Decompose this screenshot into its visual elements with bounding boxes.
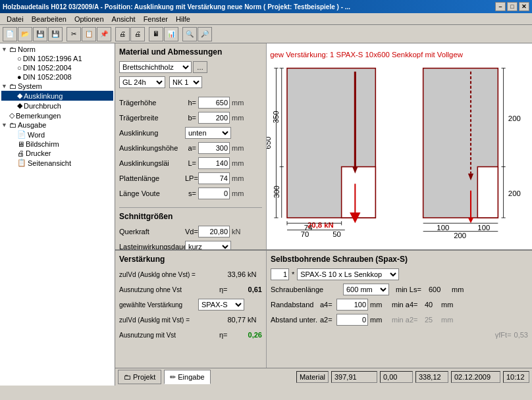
randabstand-eq: a4= [320,301,336,309]
querkraft-row: Querkraft Vd= kN [119,225,262,238]
eingabe-label: Eingabe [178,373,204,381]
tree-din2008[interactable]: ● DIN 1052:2008 [1,72,113,82]
abstand-unter-input[interactable] [336,314,368,326]
gewaehlt-label: gewählte Verstärkung [119,301,198,309]
ausklinkungslaenge-input[interactable] [198,157,230,169]
tree-ausgabe[interactable]: ▼ 🗀 Ausgabe [1,120,113,130]
laenge-voute-row: Länge Voute s= mm [119,187,262,200]
ausklinkung-select[interactable]: unten [185,127,231,139]
ausklinkung-row: Ausklinkung unten [119,126,262,139]
tree-word[interactable]: 📄 Word [1,130,113,139]
traegerhoehe-unit: mm [232,99,248,107]
abstand-unter-label: Abstand unter. [271,316,320,324]
tree-bildschirm[interactable]: 🖥 Bildschirm [1,139,113,149]
ausnutzung-ohne-label: Ausnutzung ohne Vst [119,286,219,293]
ausklinkungslaenge-label: Ausklinkungsläi [119,159,185,167]
svg-text:100: 100 [437,224,449,232]
save2-button[interactable]: 💾 [48,27,63,41]
tree-seitenansicht[interactable]: 📋 Seitenansicht [1,158,113,168]
top-section: Material und Abmessungen Brettschichthol… [115,43,532,249]
maximize-button[interactable]: □ [507,2,518,11]
zoom-in-button[interactable]: 🔍 [182,27,197,41]
material-info-button[interactable]: … [193,61,207,73]
menu-bearbeiten[interactable]: Bearbeiten [28,14,70,24]
traegerbreite-row: Trägerbreite b= mm [119,111,262,124]
schrauben-type-row: * SPAX-S 10 x Ls Senkkop [271,268,528,281]
zoom-out-button[interactable]: 🔎 [198,27,212,41]
tree-norm[interactable]: ▼ 🗀 Norm [1,45,113,54]
ausnutzung-mit-eq: η= [219,331,232,339]
gewaehlt-select[interactable]: SPAX-S [198,299,244,311]
copy-button[interactable]: 📋 [82,27,96,41]
traegerbreite-input[interactable] [198,112,230,124]
abstand-unter-unit: mm [370,316,386,324]
tree-ausklinkung[interactable]: ◆ Ausklinkung [1,91,113,101]
new-button[interactable]: 📄 [3,27,17,41]
randabstand-unit: mm [370,301,386,309]
schraubenlaenge-row: Schraubenlänge 600 mm min Ls= 600 mm [271,283,528,296]
ausklinkungshoehe-unit: mm [232,144,248,152]
open-button[interactable]: 📂 [18,27,32,41]
save-button[interactable]: 💾 [33,27,47,41]
tree-system[interactable]: ▼ 🗀 System [1,82,113,91]
randabstand-input[interactable] [336,299,368,311]
ausnutzung-mit-val: 0,26 [232,331,262,339]
querkraft-input[interactable] [198,226,230,238]
tab-eingabe[interactable]: ✏ Eingabe [164,370,210,384]
menu-datei[interactable]: Datei [3,14,28,24]
chart-button[interactable]: 📊 [164,27,178,41]
close-button[interactable]: ✕ [519,2,529,11]
tree-bemerkungen[interactable]: ◇ Bemerkungen [1,111,113,120]
ausklinkung-label: Ausklinkung [119,129,185,137]
status-time: 10:12 [503,371,529,383]
material-row: Brettschichtholz … [119,61,262,74]
traegerhoehe-input[interactable] [198,97,230,109]
svg-rect-27 [477,167,498,218]
paste-button[interactable]: 📌 [97,27,111,41]
tab-projekt[interactable]: 🗀 Projekt [118,370,161,384]
status-coord1: 397,91 [331,371,377,383]
schraubenlaenge-select[interactable]: 600 mm [343,284,389,295]
tree-durchbruch[interactable]: ◆ Durchbruch [1,101,113,111]
querkraft-eq: Vd= [185,228,198,236]
abstand-min-label: min a2= [392,316,425,324]
zuivd-mit-row: zuIVd (Ausklg mit Vst) = 80,77 kN [119,313,262,326]
traegerhoehe-eq: h= [185,99,198,107]
menu-hilfe[interactable]: Hilfe [172,14,194,24]
zuivd-ohne-row: zuIVd (Ausklg ohne Vst) = 33,96 kN [119,268,262,281]
menu-optionen[interactable]: Optionen [70,14,108,24]
schraubenlaenge-label: Schraubenlänge [271,286,343,293]
menu-fenster[interactable]: Fenster [140,14,172,24]
plattenlaenge-input[interactable] [198,172,230,184]
nk-select[interactable]: NK 1 [169,76,202,88]
lasteinwirkung-select[interactable]: kurz [185,241,231,249]
tree-din1996[interactable]: ○ DIN 1052:1996 A1 [1,54,113,63]
randabstand-min-unit: mm [441,301,453,309]
material-select[interactable]: Brettschichtholz [119,61,192,73]
minimize-button[interactable]: – [495,2,506,11]
form-title: Material und Abmessungen [119,47,262,57]
schrauben-count[interactable] [271,268,289,280]
traegerhoehe-label: Trägerhöhe [119,99,185,107]
zuivd-mit-val: 80,77 [216,316,246,324]
cut-button[interactable]: ✂ [66,27,81,41]
ausklinkungshoehe-input[interactable] [198,142,230,154]
laenge-voute-label: Länge Voute [119,189,185,197]
calc-button[interactable]: 🖩 [149,27,163,41]
menu-ansicht[interactable]: Ansicht [108,14,140,24]
tree-din2004[interactable]: ○ DIN 1052:2004 [1,63,113,72]
traegerbreite-eq: b= [185,114,198,122]
print-button[interactable]: 🖨 [130,27,145,41]
schrauben-type-select[interactable]: SPAX-S 10 x Ls Senkkop [297,268,399,280]
traegerbreite-unit: mm [232,114,248,122]
querkraft-label: Querkraft [119,228,185,236]
print-preview-button[interactable]: 🖨 [115,27,130,41]
gl-select[interactable]: GL 24h [119,76,165,88]
zuivd-ohne-unit: kN [248,270,262,278]
yft-label: γfFt= [495,331,512,339]
ausnutzung-mit-row: Ausnutzung mit Vst η= 0,26 [119,328,262,341]
gl-nk-row: GL 24h NK 1 [119,76,262,89]
laenge-voute-input[interactable] [198,188,230,199]
tree-drucker[interactable]: 🖨 Drucker [1,149,113,158]
plattenlaenge-eq: LP= [185,174,198,182]
